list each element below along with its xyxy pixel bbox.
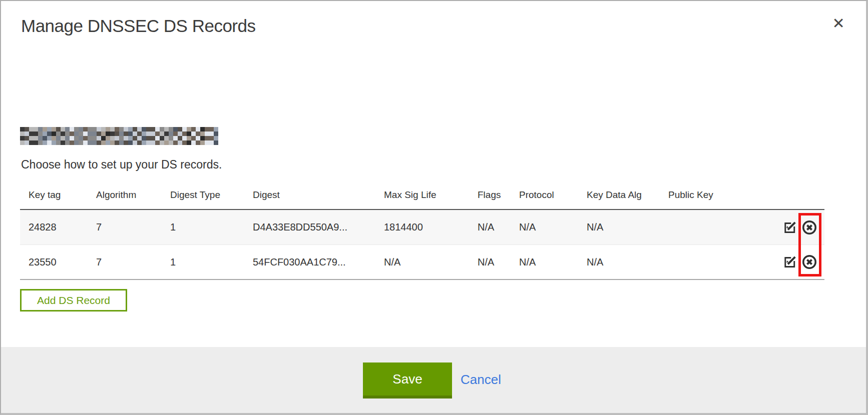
table-row: 24828 7 1 D4A33E8DD550A9... 1814400 N/A … — [20, 210, 824, 245]
ds-records-table: Key tag Algorithm Digest Type Digest Max… — [20, 181, 824, 280]
cell-algorithm: 7 — [96, 256, 170, 268]
row-actions — [782, 254, 824, 270]
cell-key-tag: 23550 — [20, 256, 96, 268]
cell-max-sig-life: N/A — [384, 256, 478, 268]
col-header-flags: Flags — [478, 190, 519, 200]
dnssec-modal: Manage DNSSEC DS Records ✕ Choose how to… — [0, 0, 868, 415]
delete-x-circle-icon[interactable] — [801, 220, 817, 236]
add-ds-record-button[interactable]: Add DS Record — [20, 289, 127, 312]
redacted-domain — [20, 127, 218, 145]
col-header-key-tag: Key tag — [20, 190, 96, 200]
instruction-text: Choose how to set up your DS records. — [21, 158, 222, 172]
delete-x-circle-icon[interactable] — [801, 254, 817, 270]
modal-footer: Save Cancel — [1, 347, 866, 413]
cell-digest: 54FCF030AA1C79... — [253, 256, 384, 268]
cell-digest-type: 1 — [170, 256, 253, 268]
cell-key-data-alg: N/A — [587, 222, 668, 233]
close-icon[interactable]: ✕ — [828, 13, 849, 34]
col-header-key-data-alg: Key Data Alg — [587, 190, 668, 200]
cell-key-data-alg: N/A — [587, 256, 668, 268]
cell-digest-type: 1 — [170, 222, 253, 233]
col-header-digest: Digest — [253, 190, 384, 200]
page-title: Manage DNSSEC DS Records — [21, 16, 255, 36]
col-header-digest-type: Digest Type — [170, 190, 253, 200]
edit-icon[interactable] — [782, 220, 798, 236]
cell-max-sig-life: 1814400 — [384, 222, 478, 233]
col-header-public-key: Public Key — [668, 190, 782, 200]
cell-protocol: N/A — [519, 222, 587, 233]
table-header-row: Key tag Algorithm Digest Type Digest Max… — [20, 181, 824, 210]
cell-key-tag: 24828 — [20, 222, 96, 233]
table-row: 23550 7 1 54FCF030AA1C79... N/A N/A N/A … — [20, 245, 824, 280]
cell-flags: N/A — [478, 222, 519, 233]
col-header-algorithm: Algorithm — [96, 190, 170, 200]
row-actions — [782, 220, 824, 236]
edit-icon[interactable] — [782, 254, 798, 270]
cancel-link[interactable]: Cancel — [461, 372, 501, 388]
cell-digest: D4A33E8DD550A9... — [253, 222, 384, 233]
cell-algorithm: 7 — [96, 222, 170, 233]
cell-flags: N/A — [478, 256, 519, 268]
save-button[interactable]: Save — [363, 362, 452, 398]
cell-protocol: N/A — [519, 256, 587, 268]
col-header-protocol: Protocol — [519, 190, 587, 200]
col-header-max-sig-life: Max Sig Life — [384, 190, 478, 200]
